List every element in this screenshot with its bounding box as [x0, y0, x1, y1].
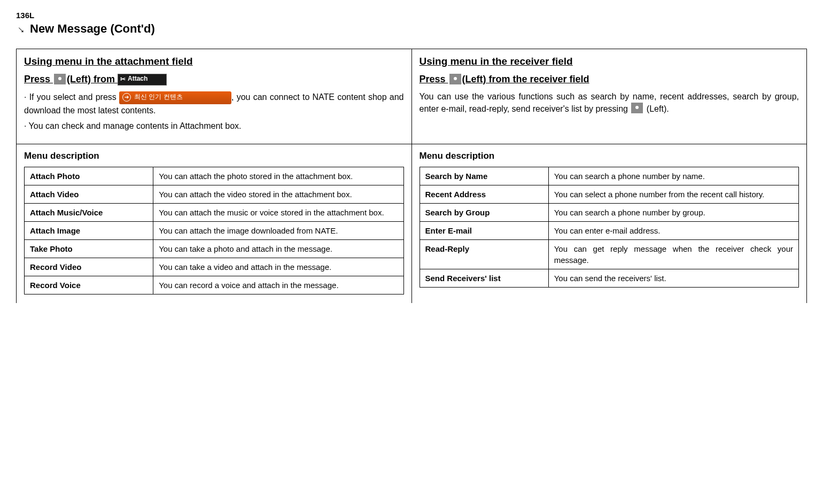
right-top-cell: Using menu in the receiver field Press (… — [412, 49, 807, 144]
table-row: Attach ImageYou can attach the image dow… — [25, 222, 404, 240]
row-desc: You can attach the image downloaded from… — [153, 222, 403, 240]
right-key-icon-inline — [631, 103, 643, 113]
row-desc: You can select a phone number from the r… — [548, 185, 798, 204]
nate-badge-text: 최신 인기 컨텐츠 — [134, 93, 183, 100]
table-row: Take PhotoYou can take a photo and attac… — [25, 240, 404, 258]
nate-circle-icon: ➔ — [122, 93, 131, 102]
row-desc: You can take a video and attach in the m… — [153, 258, 403, 276]
row-desc: You can record a voice and attach in the… — [153, 276, 403, 294]
row-desc: You can attach the photo stored in the a… — [153, 167, 403, 185]
row-label: Take Photo — [25, 240, 153, 258]
left-body-1: · If you select and press ➔최신 인기 컨텐츠, yo… — [24, 91, 404, 117]
row-label: Enter E-mail — [420, 222, 548, 240]
right-menu-table: Search by NameYou can search a phone num… — [420, 167, 799, 288]
row-desc: You can get reply message when the recei… — [548, 240, 798, 269]
table-row: Send Receivers' listYou can send the rec… — [420, 269, 799, 288]
row-label: Send Receivers' list — [420, 269, 548, 288]
table-row: Search by GroupYou can search a phone nu… — [420, 204, 799, 222]
right-section-heading: Using menu in the receiver field — [420, 56, 799, 67]
row-desc: You can attach the music or voice stored… — [153, 204, 403, 222]
row-desc: You can search a phone number by group. — [548, 204, 798, 222]
content-columns: Using menu in the attachment field Press… — [16, 49, 807, 303]
left-menu-title: Menu description — [24, 151, 404, 161]
row-label: Search by Group — [420, 204, 548, 222]
table-row: Read-ReplyYou can get reply message when… — [420, 240, 799, 269]
page-number: 136L — [16, 11, 807, 20]
row-label: Record Voice — [25, 276, 153, 294]
arrow-icon: → — [13, 21, 29, 37]
page-title-text: New Message (Cont'd) — [30, 22, 155, 35]
table-row: Attach VideoYou can attach the video sto… — [25, 185, 404, 204]
attach-badge-text: Attach — [128, 75, 147, 82]
right-press-line: Press (Left) from the receiver field — [420, 74, 799, 85]
left-body1-a: · If you select and press — [24, 92, 119, 102]
press-prefix-r: Press — [420, 74, 448, 84]
table-row: Attach Music/VoiceYou can attach the mus… — [25, 204, 404, 222]
right-bottom-cell: Menu description Search by NameYou can s… — [412, 144, 807, 304]
attach-badge: ✂Attach — [118, 74, 167, 86]
paperclip-icon: ✂ — [120, 75, 126, 83]
right-menu-title: Menu description — [420, 151, 799, 161]
table-row: Search by NameYou can search a phone num… — [420, 167, 799, 185]
press-prefix: Press — [24, 74, 53, 84]
row-desc: You can send the receivers' list. — [548, 269, 798, 288]
left-press-line: Press (Left) from ✂Attach — [24, 74, 404, 86]
row-label: Read-Reply — [420, 240, 548, 269]
left-body-2: · You can check and manage contents in A… — [24, 120, 404, 132]
row-label: Attach Music/Voice — [25, 204, 153, 222]
row-label: Attach Image — [25, 222, 153, 240]
right-body-1: You can use the various functions such a… — [420, 90, 799, 115]
table-row: Enter E-mailYou can enter e-mail address… — [420, 222, 799, 240]
row-desc: You can take a photo and attach in the m… — [153, 240, 403, 258]
row-desc: You can search a phone number by name. — [548, 167, 798, 185]
row-label: Record Video — [25, 258, 153, 276]
row-desc: You can enter e-mail address. — [548, 222, 798, 240]
nate-badge: ➔최신 인기 컨텐츠 — [119, 91, 231, 104]
right-body1-a: You can use the various functions such a… — [420, 92, 799, 113]
page-title: →New Message (Cont'd) — [16, 22, 807, 36]
row-label: Attach Photo — [25, 167, 153, 185]
row-label: Recent Address — [420, 185, 548, 204]
row-desc: You can attach the video stored in the a… — [153, 185, 403, 204]
right-key-icon — [449, 74, 461, 84]
table-row: Attach PhotoYou can attach the photo sto… — [25, 167, 404, 185]
row-label: Attach Video — [25, 185, 153, 204]
left-bottom-cell: Menu description Attach PhotoYou can att… — [17, 144, 412, 304]
table-row: Recent AddressYou can select a phone num… — [420, 185, 799, 204]
press-mid: (Left) from — [67, 74, 118, 84]
table-row: Record VoiceYou can record a voice and a… — [25, 276, 404, 294]
left-section-heading: Using menu in the attachment field — [24, 56, 404, 67]
left-key-icon — [54, 74, 66, 84]
press-suffix-r: (Left) from the receiver field — [462, 74, 589, 84]
row-label: Search by Name — [420, 167, 548, 185]
left-menu-table: Attach PhotoYou can attach the photo sto… — [24, 167, 404, 294]
left-top-cell: Using menu in the attachment field Press… — [17, 49, 412, 144]
right-body1-b: (Left). — [644, 104, 669, 113]
table-row: Record VideoYou can take a video and att… — [25, 258, 404, 276]
